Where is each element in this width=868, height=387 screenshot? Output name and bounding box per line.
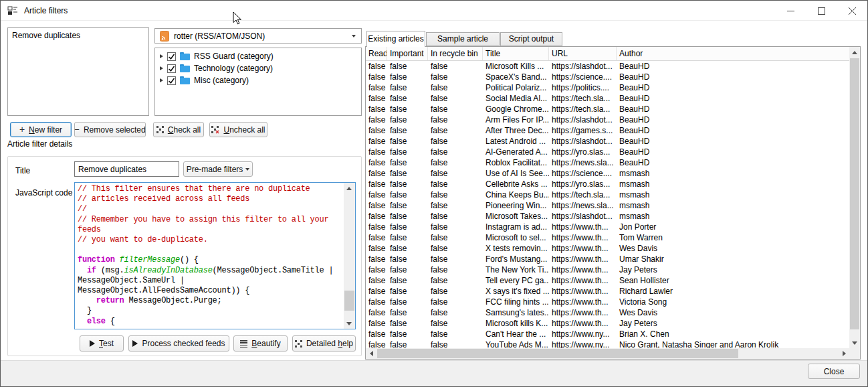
table-row[interactable]: falsefalsefalseYouTube Ads M...https://w… (366, 339, 849, 348)
table-row[interactable]: falsefalsefalseAI-Generated A...https://… (366, 147, 849, 157)
table-row[interactable]: falsefalsefalseMicrosoft Kills ...https:… (366, 61, 849, 72)
maximize-button[interactable] (806, 1, 837, 21)
plus-icon (19, 125, 25, 135)
close-button[interactable]: Close (808, 364, 860, 379)
table-row[interactable]: falsefalsefalseUse of AI Is See...https:… (366, 168, 849, 179)
scroll-right-icon (843, 351, 846, 356)
tab-existing-articles[interactable]: Existing articles (366, 31, 425, 47)
table-row[interactable]: falsefalsefalseRoblox Facilitat...https:… (366, 157, 849, 168)
test-button[interactable]: Test (80, 335, 124, 352)
table-row[interactable]: falsefalsefalseCan't Hear the ...https:/… (366, 329, 849, 339)
table-row[interactable]: falsefalsefalseFord's Mustang...https://… (366, 254, 849, 264)
scrollbar-thumb[interactable] (850, 58, 859, 329)
code-content[interactable]: // This filter ensures that there are no… (78, 184, 343, 328)
table-row[interactable]: falsefalsefalseChina Keeps Bu...https://… (366, 189, 849, 200)
checkmark-icon (168, 53, 175, 60)
filter-list[interactable]: Remove duplicates (7, 27, 149, 116)
close-window-button[interactable] (837, 1, 867, 21)
table-row[interactable]: falsefalsefalsePioneering Win...https://… (366, 200, 849, 211)
table-row[interactable]: falsefalsefalseX says it's fixed ...http… (366, 286, 849, 297)
scrollbar-corner (849, 348, 860, 359)
column-header-important[interactable]: Important (387, 47, 428, 60)
new-filter-button[interactable]: New filter (10, 122, 72, 137)
check-all-icon (156, 126, 164, 133)
table-row[interactable]: falsefalsefalseThe New York Ti...https:/… (366, 264, 849, 275)
table-horizontal-scrollbar[interactable] (366, 348, 849, 359)
table-row[interactable]: falsefalsefalseAfter Three Dec...https:/… (366, 125, 849, 136)
check-all-button[interactable]: Check all (153, 122, 204, 137)
window-icon (7, 5, 18, 16)
table-row[interactable]: falsefalsefalsePolitical Polariz...https… (366, 82, 849, 93)
process-checked-feeds-button[interactable]: Process checked feeds (128, 335, 229, 352)
table-row[interactable]: falsefalsefalseSamsung's lates...https:/… (366, 307, 849, 318)
feed-checkbox[interactable] (167, 76, 176, 85)
column-header-read[interactable]: Read (366, 47, 387, 60)
column-header-title[interactable]: Title (483, 47, 549, 60)
table-row[interactable]: falsefalsefalseMicrosoft Takes...https:/… (366, 211, 849, 222)
articles-table[interactable]: falsefalsefalseMicrosoft Kills ...https:… (366, 61, 849, 348)
table-row[interactable]: falsefalsefalseX tests removin...https:/… (366, 243, 849, 254)
rss-feed-icon (160, 31, 169, 42)
table-row[interactable]: falsefalsefalseInstagram is ad...https:/… (366, 222, 849, 232)
feed-tree-item-label: RSS Guard (category) (194, 52, 274, 61)
scroll-left-icon (370, 351, 373, 356)
play-icon (90, 340, 95, 347)
scrollbar-thumb[interactable] (377, 349, 738, 358)
column-header-author[interactable]: Author (617, 47, 849, 60)
javascript-code-editor[interactable]: // This filter ensures that there are no… (74, 182, 356, 329)
tab-script-output[interactable]: Script output (500, 32, 562, 46)
uncheck-all-button[interactable]: Uncheck all (209, 122, 267, 137)
chevron-down-icon (352, 35, 356, 37)
scroll-up-icon (852, 51, 857, 54)
chevron-down-icon (245, 168, 249, 171)
title-input[interactable] (74, 161, 179, 177)
table-row[interactable]: falsefalsefalseSpaceX's Band...https://s… (366, 72, 849, 82)
footer (1, 360, 867, 386)
feed-tree-item-label: Misc (category) (194, 76, 249, 85)
minus-icon (74, 125, 80, 135)
feed-tree-item-label: Technology (category) (194, 64, 273, 73)
minimize-button[interactable] (775, 1, 806, 21)
table-row[interactable]: falsefalsefalseSocial Media Al...https:/… (366, 93, 849, 104)
article-filters-window: Article filters Remove duplicates (0, 0, 868, 387)
expand-arrow-icon[interactable] (160, 78, 163, 82)
account-dropdown-value: rotter (RSS/ATOM/JSON) (174, 31, 265, 41)
feed-tree-item[interactable]: RSS Guard (category) (155, 50, 361, 62)
table-row[interactable]: falsefalsefalseGoogle Chrome...https://t… (366, 104, 849, 114)
feed-checkbox[interactable] (167, 52, 176, 61)
column-header-recycle[interactable]: In recycle bin (428, 47, 483, 60)
expand-arrow-icon[interactable] (160, 66, 163, 70)
table-row[interactable]: falsefalsefalseMicrosoft kills K...https… (366, 318, 849, 329)
beautify-button[interactable]: Beautify (233, 335, 288, 352)
table-row[interactable]: falsefalsefalseMicrosoft to sel...https:… (366, 232, 849, 243)
uncheck-all-icon (211, 126, 219, 134)
table-row[interactable]: falsefalsefalseArm Files For IP...https:… (366, 114, 849, 125)
account-dropdown[interactable]: rotter (RSS/ATOM/JSON) (154, 28, 362, 44)
expand-arrow-icon[interactable] (160, 54, 163, 58)
tab-sample-article[interactable]: Sample article (426, 32, 500, 46)
table-vertical-scrollbar[interactable] (849, 47, 860, 348)
detailed-help-button[interactable]: Detailed help (292, 335, 356, 352)
table-row[interactable]: falsefalsefalseLatest Android ...https:/… (366, 136, 849, 147)
remove-selected-button[interactable]: Remove selected (74, 122, 146, 137)
feed-tree[interactable]: RSS Guard (category) Technology (categor… (154, 48, 362, 116)
table-row[interactable]: falsefalsefalseTell every PC ga...https:… (366, 275, 849, 286)
scrollbar-thumb[interactable] (344, 291, 354, 311)
scroll-up-icon (346, 187, 352, 190)
title-field-label: Title (15, 166, 30, 175)
feed-checkbox[interactable] (167, 64, 176, 73)
folder-icon (180, 64, 190, 72)
table-row[interactable]: falsefalsefalseCellebrite Asks ...https:… (366, 179, 849, 189)
filter-list-item[interactable]: Remove duplicates (8, 28, 148, 42)
checkmark-icon (168, 77, 175, 84)
titlebar[interactable]: Article filters (1, 1, 867, 21)
play-icon (132, 340, 138, 347)
table-row[interactable]: falsefalsefalseFCC filing hints ...https… (366, 297, 849, 307)
column-header-url[interactable]: URL (549, 47, 617, 60)
feed-tree-item[interactable]: Technology (category) (155, 62, 361, 74)
maximize-icon (818, 7, 825, 15)
premade-filters-button[interactable]: Pre-made filters (183, 161, 253, 177)
scroll-down-icon (346, 322, 352, 325)
code-editor-vertical-scrollbar[interactable] (344, 183, 355, 329)
feed-tree-item[interactable]: Misc (category) (155, 74, 361, 86)
